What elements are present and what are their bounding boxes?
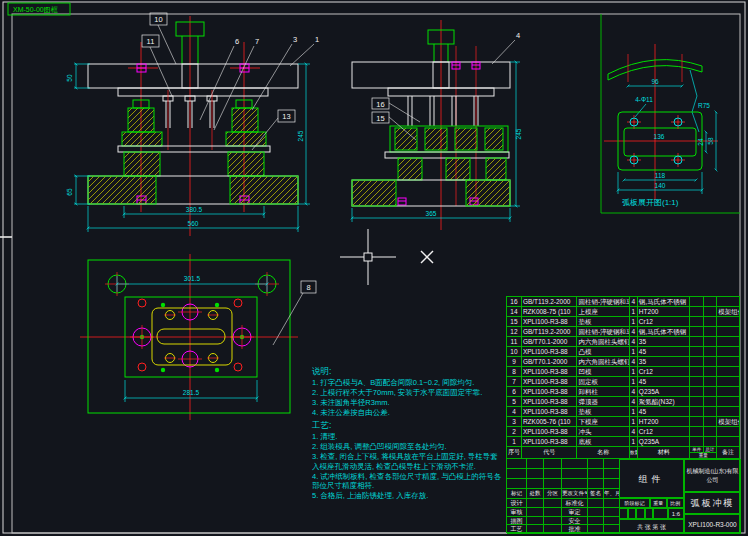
revision-cell <box>527 479 544 489</box>
bom-cell <box>704 417 717 426</box>
title-left: 标记处数分区更改文件号签名年、月、日 设计标准化审核审定描图安全工艺批准 <box>507 459 619 534</box>
signature-cell: 批准 <box>562 525 588 534</box>
drawing-number: XPLI100-R3-000 <box>684 514 741 534</box>
notes-heading: 说明: <box>312 366 504 377</box>
revision-cell <box>507 469 527 479</box>
die-opening <box>152 308 232 365</box>
bom-row: 9GB/T70.1-2000内六角圆柱头螺钉 M8X30435 <box>507 357 739 367</box>
signature-cell <box>588 499 604 508</box>
dim-label: 24 <box>697 138 704 146</box>
revision-header-cell: 更改文件号 <box>562 489 588 499</box>
x-marker <box>421 251 433 263</box>
bom-cell <box>704 337 717 346</box>
bom-cell: 45 <box>638 407 691 416</box>
process-heading: 工艺: <box>312 420 504 431</box>
crosshair-cursor <box>340 229 396 285</box>
note-line: 5. 合格后, 上油防锈处理, 入库存放. <box>312 491 504 501</box>
bom-cell: 4 <box>630 397 638 406</box>
bom-header-name: 名称 <box>577 447 630 458</box>
bom-cell: XPLI100-R3-88 <box>522 317 578 326</box>
bom-cell: 11 <box>507 337 522 346</box>
dim-label: 58 <box>707 137 714 145</box>
bom-cell: 1 <box>630 317 638 326</box>
bom-cell: 15 <box>507 317 522 326</box>
bom-cell: GB/T119.2-2000 <box>522 327 578 336</box>
bom-row: 12GB/T119.2-2000圆柱销-淬硬钢和马氏体不锈钢 10X284钢,马… <box>507 327 739 337</box>
bom-cell: 弹顶器 <box>577 397 630 406</box>
bom-cell: GB/T70.1-2000 <box>522 357 578 366</box>
company-name: 机械制造(山东)有限公司 <box>684 459 741 492</box>
signature-cell: 工艺 <box>507 525 527 534</box>
bom-cell: 4 <box>630 337 638 346</box>
bom-cell: 9 <box>507 357 522 366</box>
product-type: 组件 <box>619 459 684 498</box>
dim-label: 380.5 <box>186 206 203 213</box>
cad-drawing-canvas[interactable]: XM-50-00图框 <box>0 0 748 536</box>
bom-cell <box>717 377 739 386</box>
bom-cell <box>717 397 739 406</box>
signature-cell <box>604 499 619 508</box>
bom-cell: RZK008-75 (110 <box>522 307 578 316</box>
balloon-3: 3 <box>293 35 297 44</box>
bom-row: 15XPLI100-R3-88垫板1Cr12 <box>507 317 739 327</box>
weight-label: 重量 <box>650 498 667 508</box>
bom-and-title-block: 16GB/T119.2-2000圆柱销-淬硬钢和马氏体不锈钢 10X354钢,马… <box>506 296 740 533</box>
revision-cell <box>544 469 562 479</box>
bom-rows: 16GB/T119.2-2000圆柱销-淬硬钢和马氏体不锈钢 10X354钢,马… <box>507 297 739 447</box>
bom-cell: 固定板 <box>577 377 630 386</box>
bom-cell: Cr12 <box>638 427 691 436</box>
signature-cell: 标准化 <box>562 499 588 508</box>
signature-cell <box>588 525 604 534</box>
bom-cell <box>717 347 739 356</box>
signature-row: 设计标准化 <box>507 499 619 508</box>
note-line: 4. 未注公差按自由公差. <box>312 408 504 418</box>
note-line: 1. 打字凸模与A、B面配合间隙0.1~0.2, 间隙均匀. <box>312 378 504 388</box>
revision-cell <box>562 459 588 469</box>
bom-cell: 钢,马氏体不锈钢 <box>638 327 691 336</box>
bom-cell: RZK005-76 (110 <box>522 417 578 426</box>
process-items: 1. 清理.2. 组装模具, 调整凸凹模间隙至各处均匀.3. 检查, 闭合上下模… <box>312 432 504 501</box>
bom-cell: GB/T119.2-2000 <box>522 297 578 306</box>
note-line: 3. 检查, 闭合上下模, 将模具放在平台上固定好, 导柱导套入模座孔滑动灵活,… <box>312 452 504 472</box>
revision-cell <box>588 469 604 479</box>
bom-cell <box>717 437 739 446</box>
bom-cell: 圆柱销-淬硬钢和马氏体不锈钢 10X35 <box>577 297 630 306</box>
bolt-circles <box>133 304 251 367</box>
dim-label: 560 <box>188 220 199 227</box>
balloon-10: 10 <box>154 15 162 24</box>
technical-notes: 说明: 1. 打字凸模与A、B面配合间隙0.1~0.2, 间隙均匀.2. 上模行… <box>312 364 504 501</box>
stage-label: 阶段标记 <box>619 498 650 508</box>
revision-cell <box>527 459 544 469</box>
dim-label: 4-Φ11 <box>635 96 653 103</box>
bom-cell: XPLI100-R3-88 <box>522 367 578 376</box>
revision-cell <box>507 479 527 489</box>
balloon-7: 7 <box>255 37 259 46</box>
bom-row: 10XPLI100-R3-88凸模145 <box>507 347 739 357</box>
bom-header-no: 序号 <box>507 447 522 458</box>
bom-cell <box>704 387 717 396</box>
signature-cell <box>544 508 562 517</box>
front-section-view: 50 65 245 380.5 560 <box>66 16 310 236</box>
bom-cell <box>704 347 717 356</box>
revision-header-cell: 签名 <box>588 489 604 499</box>
signature-cell: 描图 <box>507 517 527 526</box>
bom-cell: 1 <box>630 367 638 376</box>
balloon-15: 15 <box>376 114 384 123</box>
bom-cell: 1 <box>630 437 638 446</box>
bom-cell: GB/T70.1-2000 <box>522 337 578 346</box>
stage-boxes: 1:6 <box>619 508 684 519</box>
bom-cell <box>690 317 704 326</box>
dim-label: 140 <box>655 182 666 189</box>
scale-label: 比例 <box>667 498 684 508</box>
revision-cell <box>604 479 619 489</box>
bom-row: 14RZK008-75 (110上模座1HT200模架组件 <box>507 307 739 317</box>
bom-cell <box>690 377 704 386</box>
bom-cell: HT200 <box>638 417 691 426</box>
balloon-4: 4 <box>516 31 520 40</box>
bom-cell: 冲头 <box>577 427 630 436</box>
balloon-1: 1 <box>315 35 319 44</box>
revision-cell <box>527 469 544 479</box>
dim-label: 245 <box>515 128 522 139</box>
bom-cell <box>717 327 739 336</box>
bom-cell <box>704 297 717 306</box>
